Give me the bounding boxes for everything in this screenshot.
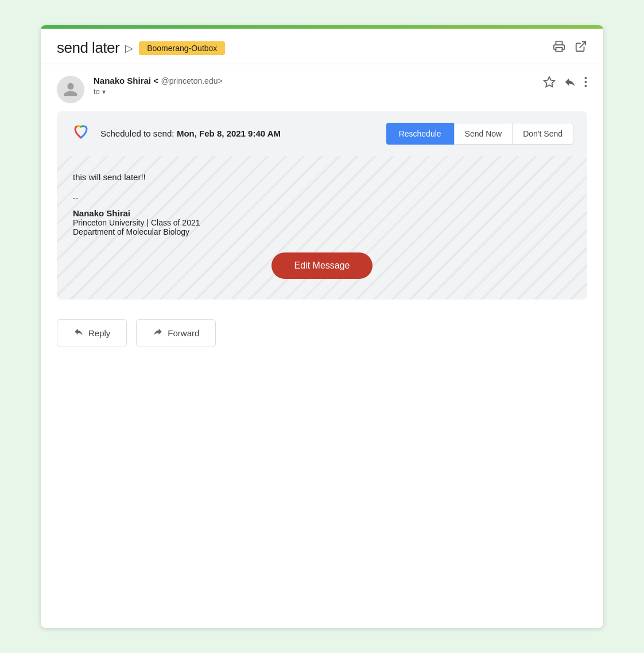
print-icon[interactable] — [553, 40, 565, 56]
scheduled-buttons: Reschedule Send Now Don't Send — [386, 123, 573, 145]
open-external-icon[interactable] — [575, 40, 587, 56]
message-body: this will send later!! -- Nanako Shirai … — [57, 156, 587, 300]
avatar — [57, 76, 84, 103]
svg-line-1 — [580, 41, 585, 47]
sender-email: @princeton.edu> — [161, 76, 222, 85]
message-separator: -- — [73, 193, 571, 203]
forward-arrow-icon — [153, 326, 163, 340]
send-now-button[interactable]: Send Now — [454, 123, 513, 145]
svg-point-4 — [585, 81, 587, 83]
more-icon[interactable] — [584, 76, 587, 91]
header-actions — [553, 40, 587, 56]
boomerang-logo — [71, 123, 91, 144]
boomerang-badge: Boomerang-Outbox — [139, 41, 225, 55]
signature-line1: Princeton University | Class of 2021 — [73, 218, 571, 227]
reply-icon[interactable] — [564, 76, 576, 91]
svg-point-3 — [585, 77, 587, 79]
sender-info: Nanako Shirai < @princeton.edu> to ▾ — [94, 76, 543, 96]
scheduled-box: Scheduled to send: Mon, Feb 8, 2021 9:40… — [57, 111, 587, 156]
email-meta: Nanako Shirai < @princeton.edu> to ▾ — [41, 64, 603, 111]
to-label: to — [94, 87, 100, 96]
chevron-down-icon[interactable]: ▾ — [102, 88, 106, 96]
scheduled-label: Scheduled to send: — [100, 129, 174, 138]
page-title: send later — [57, 39, 119, 57]
signature-name: Nanako Shirai — [73, 208, 571, 218]
reschedule-button[interactable]: Reschedule — [386, 123, 454, 145]
svg-point-5 — [585, 85, 587, 87]
reply-label: Reply — [88, 328, 110, 338]
to-row: to ▾ — [94, 87, 543, 96]
star-icon[interactable] — [543, 76, 556, 91]
svg-rect-0 — [556, 47, 562, 51]
reply-button[interactable]: Reply — [57, 319, 127, 347]
sender-name: Nanako Shirai < — [94, 76, 158, 85]
header-bar: send later ▷ Boomerang-Outbox — [41, 29, 603, 64]
reply-arrow-icon — [73, 326, 84, 340]
forward-button[interactable]: Forward — [136, 319, 216, 347]
message-text: this will send later!! — [73, 172, 571, 182]
forward-label: Forward — [168, 328, 199, 338]
signature-line2: Department of Molecular Biology — [73, 227, 571, 236]
arrow-icon: ▷ — [125, 42, 133, 55]
email-card: send later ▷ Boomerang-Outbox — [41, 25, 603, 628]
dont-send-button[interactable]: Don't Send — [513, 123, 573, 145]
actions-row: Reply Forward — [41, 313, 603, 347]
scheduled-date: Mon, Feb 8, 2021 9:40 AM — [177, 129, 281, 138]
edit-message-button[interactable]: Edit Message — [271, 252, 373, 279]
meta-actions — [543, 76, 587, 91]
svg-marker-2 — [544, 77, 554, 87]
scheduled-text: Scheduled to send: Mon, Feb 8, 2021 9:40… — [100, 129, 377, 139]
